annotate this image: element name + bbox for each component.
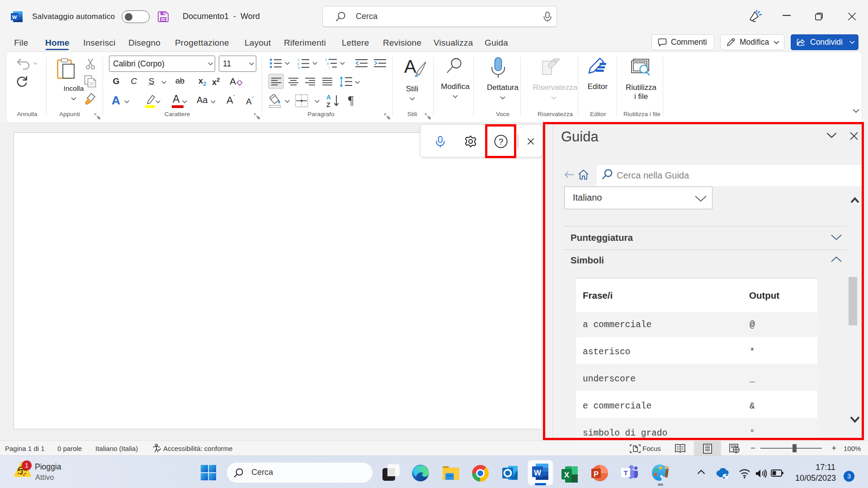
svg-text:W: W [12,14,17,20]
svg-text:Z: Z [326,101,330,108]
svg-text:T: T [623,469,627,477]
svg-text:X: X [564,471,570,479]
svg-text:A: A [326,94,331,101]
svg-text:i: i [329,66,330,70]
svg-text:W: W [534,469,542,477]
svg-text:3: 3 [297,66,300,69]
svg-text:P: P [594,470,599,478]
